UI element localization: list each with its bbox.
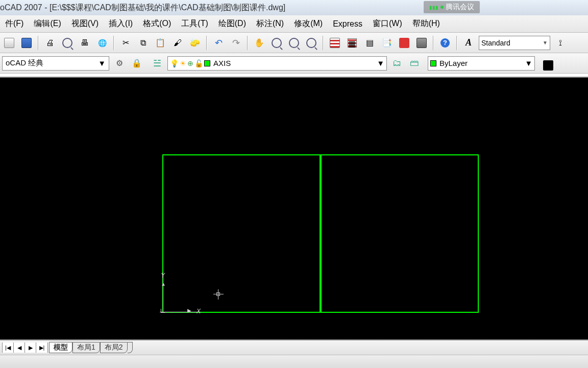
color-swatch-icon — [430, 60, 436, 66]
cut-button[interactable]: ✂ — [118, 36, 133, 50]
drawing-canvas[interactable]: ▲ ▶ Y X — [0, 77, 588, 339]
markup-button[interactable] — [397, 36, 411, 50]
tool-palettes-button[interactable]: ▤ — [362, 36, 377, 50]
drawing-rectangle-right — [321, 154, 479, 313]
tab-prev-button[interactable]: ◀ — [14, 342, 25, 353]
menu-tools[interactable]: 工具(T) — [176, 18, 213, 29]
workspace-lock-button[interactable]: 🔒 — [130, 56, 144, 71]
text-style-icon: A — [465, 37, 472, 48]
layer-vp-icon: ⊕ — [187, 59, 193, 67]
publish-button[interactable]: 🌐 — [95, 36, 109, 50]
menu-format[interactable]: 格式(O) — [138, 18, 176, 29]
crosshair-cursor — [213, 289, 224, 300]
new-button[interactable] — [2, 36, 16, 50]
zoom-realtime-button[interactable] — [270, 36, 284, 50]
erase-icon: 🧽 — [190, 38, 200, 48]
undo-button[interactable]: ↶ — [211, 36, 226, 50]
properties-button[interactable] — [328, 36, 342, 50]
tab-next-button[interactable]: ▶ — [25, 342, 36, 353]
workspace-combo[interactable]: oCAD 经典 ▼ — [2, 56, 109, 71]
text-style-combo[interactable]: Standard ▼ — [479, 36, 550, 50]
print-button[interactable]: 🖨 — [43, 36, 57, 50]
undo-icon: ↶ — [215, 37, 223, 49]
brush-icon: 🖌 — [174, 38, 182, 48]
menu-dimension[interactable]: 标注(N) — [251, 18, 289, 29]
status-bar — [0, 355, 588, 368]
redo-button[interactable]: ↷ — [229, 36, 243, 50]
match-properties-button[interactable]: 🖌 — [170, 36, 185, 50]
tab-layout1[interactable]: 布局1 — [72, 342, 100, 353]
layer-lock-icon: 🔓 — [194, 59, 203, 67]
meeting-overlay-badge: ▮▮▮ 腾讯会议 — [424, 1, 480, 13]
layer-combo[interactable]: 💡 ☀ ⊕ 🔓 AXIS ▼ — [167, 56, 387, 71]
print-icon: 🖨 — [46, 38, 54, 48]
separator — [206, 36, 207, 50]
workspace-settings-button[interactable]: ⚙ — [112, 56, 127, 71]
design-center-button[interactable]: ▦ — [345, 36, 359, 50]
zoom-window-button[interactable] — [287, 36, 301, 50]
text-style-button[interactable]: A — [461, 36, 476, 50]
zoom-previous-button[interactable] — [304, 36, 318, 50]
erase-button[interactable]: 🧽 — [188, 36, 202, 50]
ucs-icon: ▲ ▶ Y X — [160, 272, 206, 318]
dim-style-icon: ⟟ — [559, 38, 562, 48]
linetype-button[interactable] — [541, 56, 555, 71]
status-dot-icon — [440, 6, 444, 9]
menu-draw[interactable]: 绘图(D) — [213, 18, 251, 29]
save-button[interactable] — [19, 36, 34, 50]
save-icon — [21, 38, 32, 48]
design-center-icon: ▦ — [348, 38, 357, 48]
pan-button[interactable]: ✋ — [252, 36, 266, 50]
separator — [247, 36, 248, 50]
help-icon: ? — [440, 38, 450, 48]
cut-icon: ✂ — [122, 38, 129, 48]
sheet-set-button[interactable]: 📑 — [380, 36, 394, 50]
overlay-label: 腾讯会议 — [446, 3, 474, 12]
layer-previous-icon: 🗂 — [393, 58, 402, 68]
menu-insert[interactable]: 插入(I) — [104, 18, 138, 29]
model-layout-bar: |◀ ◀ ▶ ▶| 模型 布局1 布局2 — [0, 339, 588, 355]
layer-toolbar: oCAD 经典 ▼ ⚙ 🔒 ☱ 💡 ☀ ⊕ 🔓 AXIS ▼ 🗂 🗃 ByLay… — [0, 53, 588, 74]
quickcalc-button[interactable] — [414, 36, 429, 50]
tab-layout2[interactable]: 布局2 — [100, 342, 128, 353]
dim-style-button[interactable]: ⟟ — [553, 36, 568, 50]
paste-icon: 📋 — [155, 38, 165, 48]
layout-tabs: 模型 布局1 布局2 — [49, 342, 133, 353]
separator — [433, 36, 434, 50]
menu-bar: 件(F) 编辑(E) 视图(V) 插入(I) 格式(O) 工具(T) 绘图(D)… — [0, 15, 588, 33]
layer-state-icons: 💡 ☀ ⊕ 🔓 — [170, 59, 210, 67]
menu-help[interactable]: 帮助(H) — [407, 18, 445, 29]
publish-icon: 🌐 — [98, 39, 107, 47]
layer-previous-button[interactable]: 🗂 — [390, 56, 404, 71]
help-button[interactable]: ? — [438, 36, 452, 50]
paste-button[interactable]: 📋 — [153, 36, 167, 50]
ucs-x-label: X — [197, 308, 201, 315]
chevron-down-icon: ▼ — [377, 59, 384, 67]
redo-icon: ↷ — [232, 37, 240, 49]
layer-on-icon: 💡 — [170, 59, 179, 67]
color-combo[interactable]: ByLayer ▼ — [428, 56, 535, 71]
tab-first-button[interactable]: |◀ — [3, 342, 14, 353]
menu-modify[interactable]: 修改(M) — [289, 18, 328, 29]
copy-button[interactable]: ⧉ — [136, 36, 150, 50]
calc-icon — [416, 38, 427, 48]
lock-icon: 🔒 — [132, 58, 142, 68]
tab-last-button[interactable]: ▶| — [36, 342, 47, 353]
menu-file[interactable]: 件(F) — [0, 18, 29, 29]
menu-express[interactable]: Express — [328, 19, 368, 29]
copy-icon: ⧉ — [140, 38, 146, 48]
layer-states-button[interactable]: 🗃 — [407, 56, 422, 71]
tool-palettes-icon: ▤ — [366, 38, 374, 48]
menu-edit[interactable]: 编辑(E) — [29, 18, 66, 29]
menu-window[interactable]: 窗口(W) — [368, 18, 407, 29]
signal-icon: ▮▮▮ — [429, 5, 438, 10]
layer-manager-button[interactable]: ☱ — [150, 56, 164, 71]
tab-model[interactable]: 模型 — [49, 342, 72, 353]
layer-freeze-icon: ☀ — [180, 59, 186, 67]
properties-icon — [330, 38, 340, 48]
separator — [38, 36, 39, 50]
preview-icon — [62, 38, 72, 48]
plot-button[interactable]: 🖶 — [78, 36, 92, 50]
menu-view[interactable]: 视图(V) — [66, 18, 104, 29]
print-preview-button[interactable] — [60, 36, 75, 50]
